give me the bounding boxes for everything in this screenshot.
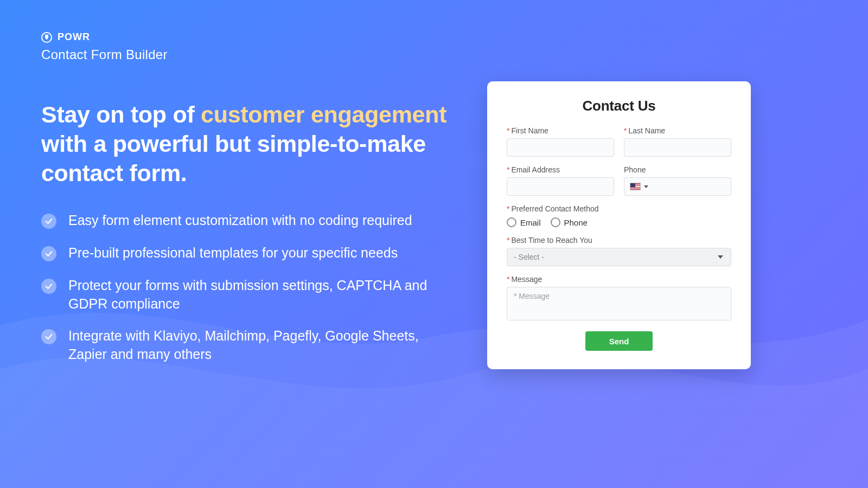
chevron-down-icon: [644, 185, 648, 188]
radio-icon: [507, 217, 516, 227]
required-marker: *: [507, 126, 509, 135]
benefit-item: Easy form element customization with no …: [41, 211, 454, 230]
radio-icon: [551, 217, 560, 227]
last-name-input[interactable]: [624, 138, 731, 157]
hero-section: Stay on top of customer engagement with …: [41, 100, 454, 378]
email-input[interactable]: [507, 177, 614, 196]
headline-accent: customer engagement: [201, 101, 446, 127]
check-icon: [41, 214, 56, 229]
brand-logo-icon: [41, 32, 52, 43]
product-name: Contact Form Builder: [41, 47, 168, 62]
headline-pre: Stay on top of: [41, 101, 201, 127]
required-marker: *: [507, 165, 509, 174]
phone-input[interactable]: [624, 177, 731, 196]
benefit-item: Protect your forms with submission setti…: [41, 277, 454, 313]
select-placeholder: - Select -: [514, 253, 544, 261]
contact-method-field: *Preferred Contact Method Email Phone: [507, 204, 731, 227]
header: POWR Contact Form Builder: [41, 31, 168, 62]
required-marker: *: [507, 275, 509, 284]
benefit-item: Integrate with Klaviyo, Mailchimp, Pagef…: [41, 327, 454, 364]
first-name-label: *First Name: [507, 126, 614, 135]
benefits-list: Easy form element customization with no …: [41, 211, 454, 364]
best-time-select[interactable]: - Select -: [507, 248, 731, 266]
form-body: *First Name *Last Name *Email Address Ph…: [507, 126, 731, 351]
benefit-text: Pre-built professional templates for you…: [68, 244, 398, 262]
message-label: *Message: [507, 275, 731, 284]
radio-label: Phone: [564, 218, 588, 227]
benefit-item: Pre-built professional templates for you…: [41, 244, 454, 262]
us-flag-icon: [630, 183, 641, 190]
benefit-text: Easy form element customization with no …: [68, 211, 412, 230]
radio-phone[interactable]: Phone: [551, 217, 588, 227]
benefit-text: Protect your forms with submission setti…: [68, 277, 454, 313]
required-marker: *: [507, 204, 509, 213]
brand: POWR: [41, 31, 168, 43]
check-icon: [41, 329, 56, 344]
contact-method-label: *Preferred Contact Method: [507, 204, 731, 213]
check-icon: [41, 279, 56, 294]
required-marker: *: [624, 126, 627, 135]
required-marker: *: [507, 236, 509, 245]
send-button[interactable]: Send: [585, 331, 653, 351]
best-time-label: *Best Time to Reach You: [507, 236, 731, 245]
last-name-label: *Last Name: [624, 126, 731, 135]
contact-method-options: Email Phone: [507, 217, 731, 227]
first-name-field: *First Name: [507, 126, 614, 157]
chevron-down-icon: [718, 255, 723, 259]
benefit-text: Integrate with Klaviyo, Mailchimp, Pagef…: [68, 327, 454, 364]
page: POWR Contact Form Builder Stay on top of…: [0, 0, 868, 488]
headline-post: with a powerful but simple-to-make conta…: [41, 131, 426, 186]
message-input[interactable]: [507, 287, 731, 320]
brand-name: POWR: [58, 31, 90, 43]
contact-form-card: Contact Us *First Name *Last Name *Email…: [487, 81, 751, 369]
last-name-field: *Last Name: [624, 126, 731, 157]
radio-label: Email: [520, 218, 541, 227]
form-title: Contact Us: [507, 98, 731, 114]
best-time-field: *Best Time to Reach You - Select -: [507, 236, 731, 266]
headline: Stay on top of customer engagement with …: [41, 100, 454, 188]
phone-label: Phone: [624, 165, 731, 174]
first-name-input[interactable]: [507, 138, 614, 157]
phone-field: Phone: [624, 165, 731, 196]
radio-email[interactable]: Email: [507, 217, 541, 227]
email-label: *Email Address: [507, 165, 614, 174]
email-field: *Email Address: [507, 165, 614, 196]
message-field: *Message: [507, 275, 731, 323]
check-icon: [41, 246, 56, 261]
